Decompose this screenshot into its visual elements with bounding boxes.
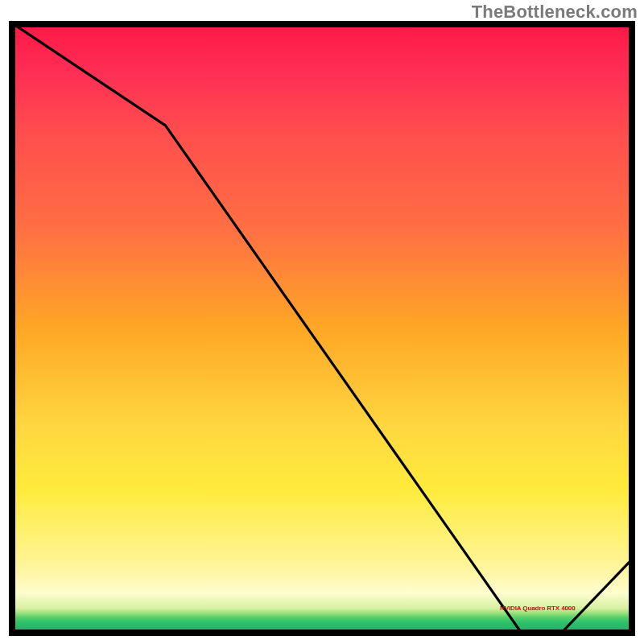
- chart-wrapper: TheBottleneck.com NVIDIA Quadro RTX 4000: [0, 0, 644, 644]
- gpu-annotation-label: NVIDIA Quadro RTX 4000: [500, 605, 576, 612]
- bottleneck-line: [9, 21, 635, 636]
- watermark-text: TheBottleneck.com: [472, 2, 638, 23]
- plot-frame: NVIDIA Quadro RTX 4000: [9, 21, 635, 636]
